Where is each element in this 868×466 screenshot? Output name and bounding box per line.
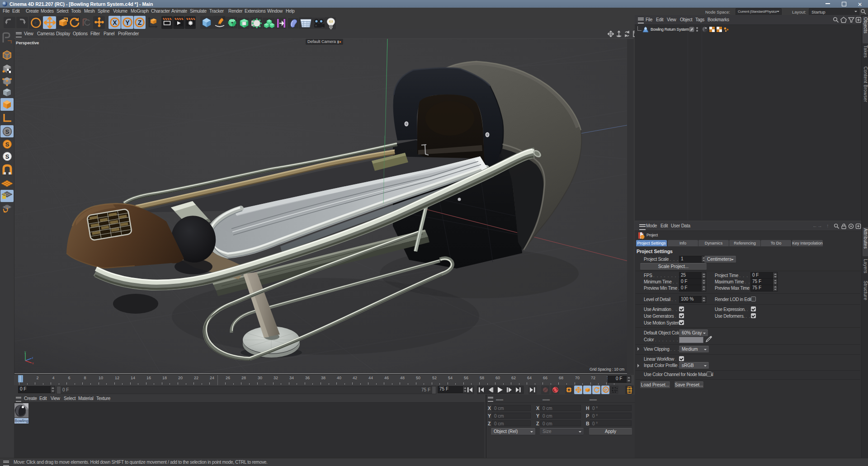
- svg-text:x: x: [32, 362, 34, 364]
- svg-text:P: P: [604, 388, 607, 392]
- svg-text:Z: Z: [138, 19, 142, 26]
- svg-text:X: X: [113, 19, 117, 26]
- svg-text:z: z: [32, 356, 33, 359]
- svg-text:S: S: [5, 128, 9, 135]
- svg-text:S: S: [5, 153, 9, 160]
- svg-text:Y: Y: [125, 19, 130, 26]
- svg-text:S: S: [5, 141, 9, 148]
- svg-text:y: y: [24, 351, 26, 354]
